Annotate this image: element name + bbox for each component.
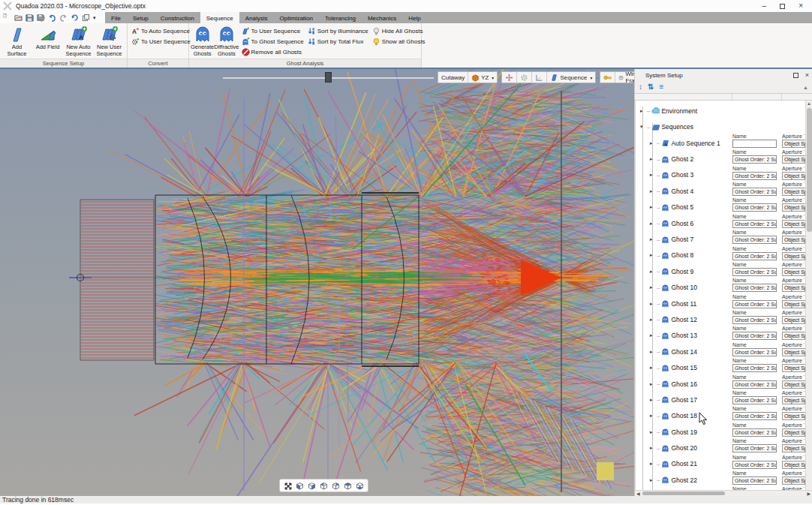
tree-item-sequences[interactable]: ▾–Sequences <box>636 116 812 132</box>
cutaway-slider-handle[interactable] <box>325 72 332 83</box>
to-auto-sequence-button[interactable]: ATo Auto Sequence <box>131 27 191 35</box>
aperture-type-select[interactable]: Object Sp <box>782 380 807 389</box>
name-field[interactable]: Ghost Order: 2 Sur <box>732 220 777 228</box>
tree-item-ghost-12[interactable]: ▸–Ghost 12NameAperture TypGhost Order: 2… <box>636 309 812 325</box>
aperture-type-select[interactable]: Object Sp <box>782 332 807 340</box>
fit-view-button[interactable] <box>283 481 293 491</box>
expand-icon[interactable]: ▸ <box>650 140 655 146</box>
hide-all-ghosts-button[interactable]: Hide All Ghosts <box>372 27 426 35</box>
name-field[interactable]: Ghost Order: 2 Sur <box>732 461 777 469</box>
panel-close-button[interactable]: × <box>805 71 809 79</box>
ray-trace-scene[interactable] <box>0 69 634 496</box>
expand-icon[interactable]: ▸ <box>650 397 655 403</box>
expand-icon[interactable]: ▸ <box>650 317 655 323</box>
new-auto-sequence-button[interactable]: ANew Auto Sequence <box>63 25 94 57</box>
tree-item-ghost-11[interactable]: ▸–Ghost 11NameAperture TypGhost Order: 2… <box>636 293 812 309</box>
tab-file[interactable]: File <box>105 12 127 23</box>
expand-icon[interactable]: ▸ <box>650 269 655 275</box>
name-field[interactable]: Ghost Order: 2 Sur <box>732 188 777 196</box>
tree-item-ghost-4[interactable]: ▸–Ghost 4NameAperture TypGhost Order: 2 … <box>636 181 812 197</box>
redo-icon[interactable] <box>59 14 68 22</box>
aperture-type-select[interactable]: Object Sp <box>782 268 807 276</box>
scroll-left-icon[interactable]: ◀ <box>636 491 640 497</box>
aperture-type-select[interactable]: Object Sp <box>782 428 807 437</box>
save-as-icon[interactable] <box>37 14 45 22</box>
name-field[interactable]: Ghost Order: 2 Sur <box>732 300 777 308</box>
aperture-type-select[interactable]: Object Sp <box>782 444 807 452</box>
maximize-button[interactable] <box>780 4 785 9</box>
expand-icon[interactable]: ▸ <box>650 365 655 371</box>
move-tool-button[interactable] <box>502 72 517 83</box>
tab-help[interactable]: Help <box>402 12 426 23</box>
tree-item-ghost-15[interactable]: ▸–Ghost 15NameAperture TypGhost Order: 2… <box>636 357 812 373</box>
name-field[interactable]: Ghost Order: 2 Sur <box>732 155 777 164</box>
panel-title-bar[interactable]: System Setup × <box>635 69 812 81</box>
tree-item-ghost-6[interactable]: ▸–Ghost 6NameAperture TypGhost Order: 2 … <box>636 213 812 229</box>
expand-icon[interactable]: ▸ <box>650 252 655 258</box>
tab-construction[interactable]: Construction <box>155 12 200 23</box>
scroll-right-icon[interactable]: ▶ <box>807 491 810 497</box>
open-file-icon[interactable] <box>14 14 23 22</box>
aperture-type-select[interactable]: Object Sp <box>782 252 807 260</box>
window-copy-icon[interactable] <box>82 14 90 22</box>
expand-icon[interactable]: ▸ <box>650 477 655 483</box>
cube-back-button[interactable] <box>307 481 317 491</box>
expand-icon[interactable]: ▸ <box>650 381 655 387</box>
to-ghost-sequence-button[interactable]: To Ghost Sequence <box>242 38 304 46</box>
tab-optimization[interactable]: Optimization <box>274 12 319 23</box>
tree-item-ghost-20[interactable]: ▸–Ghost 20NameAperture TypGhost Order: 2… <box>636 437 812 453</box>
aperture-type-select[interactable]: Object Sp <box>782 284 807 292</box>
aperture-type-select[interactable]: Object Sp <box>782 476 807 485</box>
expand-icon[interactable]: ▸ <box>650 221 655 227</box>
name-field[interactable]: Ghost Order: 2 Sur <box>732 236 777 244</box>
3d-viewport[interactable]: Cutaway YZ▾ Sequence▾ <box>0 69 634 496</box>
aperture-type-select[interactable]: Object Sp <box>782 188 807 196</box>
expand-icon[interactable]: ▸ <box>650 236 655 242</box>
expand-icon[interactable]: ▸ <box>650 301 655 307</box>
sort-by-total-flux-button[interactable]: Sort by Total Flux <box>308 38 368 46</box>
sort-by-illuminance-button[interactable]: Sort by Illuminance <box>308 27 368 35</box>
list-icon[interactable]: ≡ <box>659 83 663 91</box>
aperture-type-select[interactable]: Object Sp <box>782 396 807 404</box>
plane-select[interactable]: YZ▾ <box>468 72 497 83</box>
expand-icon[interactable]: ▸ <box>650 332 655 338</box>
aperture-type-select[interactable]: Object Sp <box>782 316 807 324</box>
name-field[interactable]: Ghost Order: 2 Sur <box>732 476 777 485</box>
expand-icon[interactable]: ▸ <box>640 108 645 114</box>
aperture-type-select[interactable]: Object Sp <box>782 203 807 212</box>
tab-tolerancing[interactable]: Tolerancing <box>319 12 362 23</box>
save-icon[interactable] <box>26 14 34 22</box>
name-field[interactable]: Ghost Order: 2 Sur <box>732 412 777 420</box>
tree-item-ghost-18[interactable]: ▸–Ghost 18NameAperture TypGhost Order: 2… <box>636 405 812 421</box>
refresh-icon[interactable] <box>71 14 79 22</box>
rotate-tool-button[interactable] <box>517 72 532 83</box>
name-field[interactable]: Ghost Order: 2 Sur <box>732 380 777 389</box>
tab-mechanics[interactable]: Mechanics <box>362 12 402 23</box>
tree-item-ghost-16[interactable]: ▸–Ghost 16NameAperture TypGhost Order: 2… <box>636 374 812 389</box>
name-field[interactable]: Ghost Order: 2 Sur <box>732 444 777 452</box>
qat-dropdown-icon[interactable]: ▾ <box>93 15 96 21</box>
undo-icon[interactable] <box>48 14 56 22</box>
tree-item-ghost-19[interactable]: ▸–Ghost 19NameAperture TypGhost Order: 2… <box>636 422 812 437</box>
sequence-select[interactable]: Sequence▾ <box>547 72 595 83</box>
aperture-type-select[interactable]: Object Sp <box>782 461 807 469</box>
expand-icon[interactable]: ▸ <box>650 445 655 451</box>
tree-item-ghost-14[interactable]: ▸–Ghost 14NameAperture TypGhost Order: 2… <box>636 341 812 357</box>
expand-icon[interactable]: ▸ <box>650 156 655 162</box>
scroll-up-icon[interactable]: ▲ <box>807 101 811 106</box>
name-field[interactable]: Ghost Order: 2 Sur <box>732 316 777 324</box>
add-surface-button[interactable]: Add Surface <box>2 25 32 57</box>
aperture-type-select[interactable]: Object Sp <box>782 364 807 372</box>
vertical-scrollbar[interactable]: ▲ <box>805 101 812 490</box>
expand-icon[interactable]: ▸ <box>650 172 655 178</box>
tree-item-ghost-17[interactable]: ▸–Ghost 17NameAperture TypGhost Order: 2… <box>636 389 812 405</box>
panel-maximize-button[interactable] <box>793 73 798 78</box>
aperture-type-select[interactable]: Object Sp <box>782 140 807 148</box>
expand-icon[interactable]: ▸ <box>650 188 655 194</box>
cube-front-button[interactable] <box>295 481 305 491</box>
to-user-sequence-button[interactable]: To User Sequence <box>242 27 304 35</box>
horizontal-scrollbar[interactable]: ◀ ▶ <box>635 490 812 496</box>
tab-sequence[interactable]: Sequence <box>200 12 239 23</box>
name-field[interactable]: Ghost Order: 2 Sur <box>732 332 777 340</box>
tree-item-ghost-22[interactable]: ▸–Ghost 22NameAperture TypGhost Order: 2… <box>636 470 812 485</box>
